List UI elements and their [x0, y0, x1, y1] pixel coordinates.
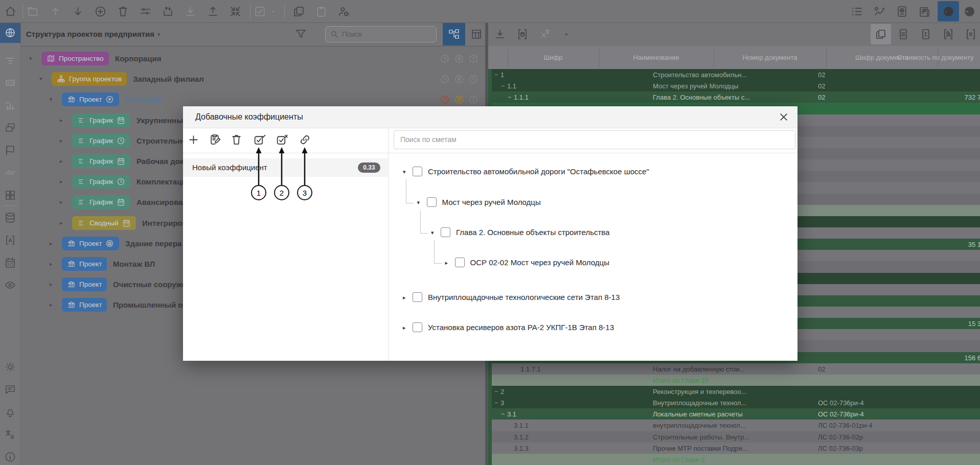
delete-coefficient-icon[interactable] [230, 133, 243, 146]
table-row[interactable]: −1.1.1Глава 2. Основные объекты с...0273… [488, 91, 980, 103]
estimate-search-input[interactable]: Поиск по сметам [394, 130, 795, 149]
info-status-icon[interactable] [468, 54, 478, 64]
c-module-tile[interactable]: C [938, 1, 959, 21]
chevron-down-icon[interactable] [563, 31, 570, 38]
tree-caret-icon[interactable]: ▸ [50, 301, 53, 308]
project-name[interactable]: Рабочая доку [136, 157, 188, 166]
eye-icon[interactable] [4, 279, 16, 291]
table-view-toggle[interactable] [465, 22, 488, 45]
estimate-checkbox[interactable] [413, 292, 422, 302]
tree-caret-icon[interactable]: ▸ [60, 117, 63, 124]
project-name[interactable]: Авансирован [136, 198, 188, 206]
tree-caret-icon[interactable]: ▸ [50, 261, 53, 267]
coefficient-list-item[interactable]: Новый коэффициент 0.33 [183, 158, 388, 177]
analytics-icon[interactable] [873, 5, 886, 18]
panel-title[interactable]: Структура проектов предприятия [26, 30, 154, 38]
attribute-icon[interactable]: A [4, 234, 16, 246]
tree-caret-icon[interactable]: ▾ [403, 169, 406, 175]
estimate-tree-row[interactable]: ▸Внутриплощадочные технологические сети … [388, 291, 797, 305]
notifications-icon[interactable] [4, 406, 16, 418]
chat-icon[interactable] [4, 383, 16, 396]
estimate-checkbox[interactable] [413, 322, 422, 332]
copy-documents-icon[interactable] [875, 28, 887, 40]
user-settings-icon[interactable] [337, 5, 350, 18]
link-estimates-icon[interactable] [299, 133, 311, 146]
move-up-icon[interactable] [49, 5, 62, 18]
project-name[interactable]: Очистные сооруже [113, 280, 186, 289]
x-bracket-icon[interactable] [965, 28, 977, 40]
multi-select-caret-icon[interactable] [270, 8, 277, 15]
estimate-checkbox[interactable] [441, 227, 450, 237]
hatch-icon[interactable] [4, 167, 16, 179]
info-status-icon[interactable] [468, 74, 478, 84]
estimate-checkbox[interactable] [455, 258, 465, 267]
estimate-tree-row[interactable]: ▾Мост через ручей Молодцы [388, 196, 797, 210]
search-input[interactable]: Поиск [325, 26, 437, 42]
tree-caret-icon[interactable]: ▸ [60, 220, 63, 226]
database-icon[interactable] [4, 212, 16, 224]
column-header-name[interactable]: Наименование [599, 54, 714, 61]
brightness-icon[interactable] [4, 361, 16, 373]
download-icon[interactable] [184, 5, 197, 18]
filter-lines-icon[interactable] [4, 54, 16, 66]
project-name[interactable]: Строительно- [136, 136, 189, 145]
worker-bracket-icon[interactable] [942, 28, 954, 40]
translate-icon[interactable]: A [4, 428, 16, 440]
counter-box-icon[interactable] [4, 77, 16, 89]
tree-view-toggle[interactable] [443, 22, 465, 45]
grid-icon[interactable] [4, 189, 16, 201]
clock-status-icon[interactable] [440, 95, 450, 105]
table-row[interactable]: −1.1Мост через ручей Молодцы02 [488, 80, 980, 91]
table-row[interactable]: −1Строительство автомобильн...02 [488, 69, 980, 80]
estimate-tree-row[interactable]: ▸Установка ресиверов азота РА-2 УКПГ-1В … [388, 321, 797, 335]
collapse-marker[interactable]: − [494, 71, 498, 78]
estimate-tree-row[interactable]: ▸ОСР 02-02 Мост через ручей Молодцы [388, 256, 797, 270]
tree-caret-icon[interactable]: ▸ [50, 240, 53, 247]
table-row[interactable]: −3.1Локальные сметные расчетыОС 02-736ри… [488, 408, 980, 420]
b-module-icon[interactable]: B [963, 5, 976, 18]
structure-globe-icon[interactable] [4, 27, 16, 39]
delete-icon[interactable] [117, 5, 129, 18]
document-icon[interactable] [897, 28, 909, 40]
collapse-marker[interactable]: − [494, 388, 498, 395]
ruble-status-icon[interactable]: ₽ [454, 54, 464, 64]
ruble-status-icon[interactable]: ₽ [454, 95, 464, 105]
table-row[interactable]: 3.1.2Строительные работы. Внутр...ЛС 02-… [488, 431, 980, 443]
clear-filter-icon[interactable] [539, 28, 551, 40]
table-row[interactable]: −3Внутриплощадочные технол...ОС 02-736ри… [488, 397, 980, 408]
copy-icon[interactable] [292, 5, 305, 18]
table-row[interactable]: 3.1.3Прочие МТР поставки Подря...ЛС 02-7… [488, 443, 980, 454]
project-name[interactable]: Монтаж ВЛ [113, 260, 155, 268]
estimate-tree-row[interactable]: ▾Строительство автомобильной дороги "Ост… [388, 165, 797, 179]
column-header-code[interactable]: Шифр [508, 54, 599, 61]
project-name[interactable]: Комплектаци [136, 177, 187, 186]
move-down-icon[interactable] [72, 5, 84, 18]
add-coefficient-icon[interactable] [187, 133, 200, 146]
add-icon[interactable] [94, 5, 107, 18]
uncheck-selected-icon[interactable] [276, 133, 288, 146]
tree-caret-icon[interactable]: ▾ [29, 55, 32, 62]
home-icon[interactable] [4, 5, 17, 18]
open-folder-icon[interactable] [27, 5, 39, 18]
news-icon[interactable] [918, 5, 931, 18]
table-row[interactable]: −2Реконструкция и техперевоо... [488, 386, 980, 397]
column-header-cost[interactable]: Стоимость по документу [897, 54, 980, 61]
tree-caret-icon[interactable]: ▸ [50, 281, 53, 288]
multi-select-icon[interactable] [254, 5, 266, 18]
tree-caret-icon[interactable]: ▾ [50, 96, 53, 103]
tree-caret-icon[interactable]: ▸ [60, 199, 63, 205]
project-name[interactable]: Западный филиал [133, 75, 204, 83]
calendar-icon[interactable] [4, 257, 16, 269]
tree-caret-icon[interactable]: ▸ [403, 324, 406, 331]
table-row[interactable]: 3.1.1внутриплощадочные технол...ЛС 02-73… [488, 420, 980, 431]
tree-caret-icon[interactable]: ▸ [60, 158, 63, 165]
clock-status-icon[interactable] [440, 74, 450, 84]
ruble-status-icon[interactable]: ₽ [454, 74, 464, 84]
collapse-marker[interactable]: − [494, 399, 498, 406]
table-row[interactable]: Итого по Главе 15 [488, 375, 980, 386]
export-box-icon[interactable] [162, 5, 174, 18]
project-name[interactable]: Здание перера [125, 239, 181, 248]
passport-icon[interactable] [896, 5, 908, 18]
collapse-marker[interactable]: − [501, 410, 505, 417]
project-tree-row[interactable]: ▾ПространствоКорпорация₽ [20, 49, 485, 69]
